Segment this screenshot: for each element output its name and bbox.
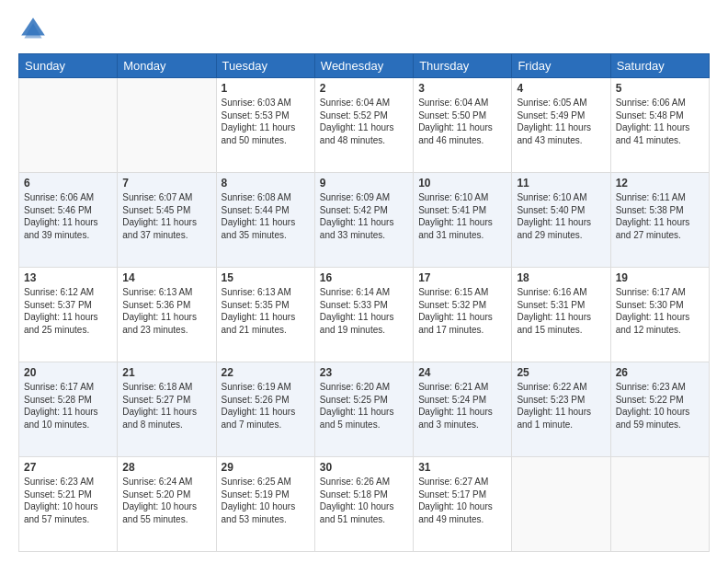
calendar-cell: 10Sunrise: 6:10 AMSunset: 5:41 PMDayligh… [414,173,512,268]
calendar-cell: 17Sunrise: 6:15 AMSunset: 5:32 PMDayligh… [414,268,512,362]
day-number: 28 [122,461,210,474]
day-number: 19 [616,271,704,284]
calendar-cell [610,457,709,552]
cell-info: Sunrise: 6:15 AMSunset: 5:32 PMDaylight:… [418,286,506,336]
day-number: 7 [122,177,210,190]
header [18,15,710,44]
day-number: 26 [616,366,704,379]
calendar-cell: 15Sunrise: 6:13 AMSunset: 5:35 PMDayligh… [216,268,314,362]
calendar-week-1: 1Sunrise: 6:03 AMSunset: 5:53 PMDaylight… [19,78,710,173]
calendar-cell: 31Sunrise: 6:27 AMSunset: 5:17 PMDayligh… [414,457,512,552]
calendar-cell: 25Sunrise: 6:22 AMSunset: 5:23 PMDayligh… [512,362,610,457]
weekday-header-monday: Monday [118,54,216,78]
day-number: 21 [122,366,210,379]
day-number: 13 [24,271,112,284]
cell-info: Sunrise: 6:19 AMSunset: 5:26 PMDaylight:… [222,381,310,431]
cell-info: Sunrise: 6:12 AMSunset: 5:37 PMDaylight:… [24,286,112,336]
calendar-cell: 13Sunrise: 6:12 AMSunset: 5:37 PMDayligh… [19,268,118,362]
calendar-cell: 26Sunrise: 6:23 AMSunset: 5:22 PMDayligh… [610,362,709,457]
calendar-cell: 1Sunrise: 6:03 AMSunset: 5:53 PMDaylight… [216,78,314,173]
calendar-cell: 29Sunrise: 6:25 AMSunset: 5:19 PMDayligh… [216,457,314,552]
calendar-cell: 18Sunrise: 6:16 AMSunset: 5:31 PMDayligh… [512,268,610,362]
cell-info: Sunrise: 6:06 AMSunset: 5:48 PMDaylight:… [616,97,704,146]
day-number: 8 [222,177,310,190]
calendar-table: SundayMondayTuesdayWednesdayThursdayFrid… [18,53,710,552]
day-number: 11 [517,177,605,190]
cell-info: Sunrise: 6:10 AMSunset: 5:40 PMDaylight:… [517,191,605,241]
weekday-header-wednesday: Wednesday [314,54,413,78]
day-number: 18 [517,271,605,284]
calendar-cell: 22Sunrise: 6:19 AMSunset: 5:26 PMDayligh… [216,362,314,457]
calendar-cell: 7Sunrise: 6:07 AMSunset: 5:45 PMDaylight… [118,173,216,268]
day-number: 12 [616,177,704,190]
calendar-cell: 21Sunrise: 6:18 AMSunset: 5:27 PMDayligh… [118,362,216,457]
cell-info: Sunrise: 6:18 AMSunset: 5:27 PMDaylight:… [122,381,210,431]
day-number: 20 [24,366,112,379]
day-number: 15 [222,271,310,284]
cell-info: Sunrise: 6:17 AMSunset: 5:30 PMDaylight:… [616,286,704,336]
day-number: 29 [222,461,310,474]
day-number: 9 [320,177,408,190]
cell-info: Sunrise: 6:04 AMSunset: 5:50 PMDaylight:… [418,97,506,146]
day-number: 14 [122,271,210,284]
day-number: 3 [418,82,506,95]
day-number: 22 [222,366,310,379]
day-number: 1 [222,82,310,95]
cell-info: Sunrise: 6:26 AMSunset: 5:18 PMDaylight:… [320,476,408,525]
cell-info: Sunrise: 6:04 AMSunset: 5:52 PMDaylight:… [320,97,408,146]
cell-info: Sunrise: 6:23 AMSunset: 5:21 PMDaylight:… [24,476,112,525]
day-number: 23 [320,366,408,379]
calendar-cell: 6Sunrise: 6:06 AMSunset: 5:46 PMDaylight… [19,173,118,268]
weekday-header-thursday: Thursday [414,54,512,78]
cell-info: Sunrise: 6:13 AMSunset: 5:36 PMDaylight:… [122,286,210,336]
logo [18,15,51,44]
day-number: 5 [616,82,704,95]
calendar-cell: 12Sunrise: 6:11 AMSunset: 5:38 PMDayligh… [610,173,709,268]
calendar-cell: 4Sunrise: 6:05 AMSunset: 5:49 PMDaylight… [512,78,610,173]
calendar-cell: 16Sunrise: 6:14 AMSunset: 5:33 PMDayligh… [314,268,413,362]
weekday-header-saturday: Saturday [610,54,709,78]
calendar-cell: 30Sunrise: 6:26 AMSunset: 5:18 PMDayligh… [314,457,413,552]
cell-info: Sunrise: 6:06 AMSunset: 5:46 PMDaylight:… [24,191,112,241]
calendar-cell: 20Sunrise: 6:17 AMSunset: 5:28 PMDayligh… [19,362,118,457]
calendar-cell: 23Sunrise: 6:20 AMSunset: 5:25 PMDayligh… [314,362,413,457]
calendar-cell: 27Sunrise: 6:23 AMSunset: 5:21 PMDayligh… [19,457,118,552]
cell-info: Sunrise: 6:20 AMSunset: 5:25 PMDaylight:… [320,381,408,431]
calendar-cell: 8Sunrise: 6:08 AMSunset: 5:44 PMDaylight… [216,173,314,268]
cell-info: Sunrise: 6:24 AMSunset: 5:20 PMDaylight:… [122,476,210,525]
day-number: 6 [24,177,112,190]
calendar-week-3: 13Sunrise: 6:12 AMSunset: 5:37 PMDayligh… [19,268,710,362]
cell-info: Sunrise: 6:13 AMSunset: 5:35 PMDaylight:… [222,286,310,336]
calendar-cell: 19Sunrise: 6:17 AMSunset: 5:30 PMDayligh… [610,268,709,362]
cell-info: Sunrise: 6:25 AMSunset: 5:19 PMDaylight:… [222,476,310,525]
weekday-header-sunday: Sunday [19,54,118,78]
cell-info: Sunrise: 6:22 AMSunset: 5:23 PMDaylight:… [517,381,605,431]
cell-info: Sunrise: 6:11 AMSunset: 5:38 PMDaylight:… [616,191,704,241]
cell-info: Sunrise: 6:03 AMSunset: 5:53 PMDaylight:… [222,97,310,146]
cell-info: Sunrise: 6:07 AMSunset: 5:45 PMDaylight:… [122,191,210,241]
weekday-header-friday: Friday [512,54,610,78]
cell-info: Sunrise: 6:21 AMSunset: 5:24 PMDaylight:… [418,381,506,431]
day-number: 31 [418,461,506,474]
day-number: 25 [517,366,605,379]
day-number: 27 [24,461,112,474]
weekday-header-tuesday: Tuesday [216,54,314,78]
page: SundayMondayTuesdayWednesdayThursdayFrid… [0,0,728,563]
logo-icon [18,15,48,44]
calendar-cell: 24Sunrise: 6:21 AMSunset: 5:24 PMDayligh… [414,362,512,457]
calendar-week-4: 20Sunrise: 6:17 AMSunset: 5:28 PMDayligh… [19,362,710,457]
cell-info: Sunrise: 6:05 AMSunset: 5:49 PMDaylight:… [517,97,605,146]
calendar-week-2: 6Sunrise: 6:06 AMSunset: 5:46 PMDaylight… [19,173,710,268]
day-number: 30 [320,461,408,474]
day-number: 17 [418,271,506,284]
calendar-cell: 11Sunrise: 6:10 AMSunset: 5:40 PMDayligh… [512,173,610,268]
calendar-cell: 28Sunrise: 6:24 AMSunset: 5:20 PMDayligh… [118,457,216,552]
day-number: 2 [320,82,408,95]
day-number: 10 [418,177,506,190]
calendar-week-5: 27Sunrise: 6:23 AMSunset: 5:21 PMDayligh… [19,457,710,552]
day-number: 16 [320,271,408,284]
calendar-cell [118,78,216,173]
cell-info: Sunrise: 6:08 AMSunset: 5:44 PMDaylight:… [222,191,310,241]
cell-info: Sunrise: 6:09 AMSunset: 5:42 PMDaylight:… [320,191,408,241]
cell-info: Sunrise: 6:23 AMSunset: 5:22 PMDaylight:… [616,381,704,431]
